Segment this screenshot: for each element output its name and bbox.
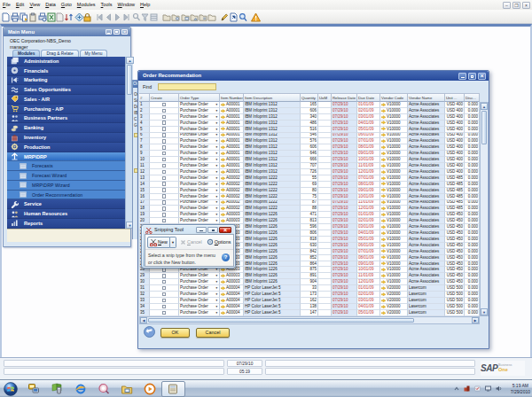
scroll-down-icon[interactable]: ▼	[481, 308, 488, 315]
create-checkbox[interactable]	[162, 164, 167, 168]
create-checkbox[interactable]	[162, 188, 167, 192]
cell-vendor_code[interactable]: V10000	[380, 175, 408, 182]
cell-vendor_code[interactable]: V10000	[380, 121, 408, 127]
cell-vendor_code[interactable]: V20000	[380, 285, 408, 292]
snip-options-button[interactable]: Options	[207, 238, 231, 245]
cell-order_type[interactable]: Purchase Order▼	[179, 102, 220, 108]
cell-item[interactable]: A00001	[220, 163, 244, 169]
active-window-icon[interactable]	[167, 383, 179, 395]
create-checkbox[interactable]	[162, 109, 167, 113]
cell-vendor_code[interactable]: V10000	[380, 127, 408, 133]
cell-order_type[interactable]: Purchase Order▼	[179, 292, 220, 298]
cell-order_type[interactable]: Purchase Order▼	[179, 298, 220, 304]
record-previous-icon[interactable]	[105, 12, 113, 21]
cell-item[interactable]: A00002	[220, 175, 244, 182]
cell-vendor_code[interactable]: V10000	[380, 188, 408, 194]
create-checkbox[interactable]	[162, 152, 167, 156]
module-financials[interactable]: Financials	[7, 66, 125, 76]
create-checkbox[interactable]	[162, 145, 167, 150]
dropdown-arrow-icon[interactable]: ▼	[215, 310, 218, 315]
cancel-snip-button[interactable]: Cancel	[180, 239, 202, 245]
create-checkbox[interactable]	[162, 121, 167, 125]
scroll-right-icon[interactable]: ▶	[472, 317, 479, 323]
cell-vendor_code[interactable]: V20000	[380, 304, 408, 310]
cell-item[interactable]: A00004	[220, 310, 244, 316]
back-arrow-icon[interactable]	[144, 326, 155, 338]
module-business-partners[interactable]: Business Partners	[7, 114, 125, 124]
cell-item[interactable]: A00001	[220, 133, 244, 139]
create-checkbox[interactable]	[162, 219, 167, 223]
dropdown-arrow-icon[interactable]: ▼	[215, 157, 218, 162]
cell-order_type[interactable]: Purchase Order▼	[179, 127, 220, 133]
mdi-minimize-button[interactable]: –	[503, 2, 511, 9]
dropdown-arrow-icon[interactable]: ▼	[215, 151, 218, 156]
internet-explorer-icon[interactable]	[74, 383, 87, 395]
module-sales-a-r[interactable]: Sales - A/R	[7, 95, 125, 105]
cell-item[interactable]: A00001	[220, 138, 244, 144]
cell-item[interactable]: A00004	[220, 292, 244, 298]
create-checkbox[interactable]	[162, 292, 167, 297]
cell-vendor_code[interactable]: V10000	[380, 182, 408, 188]
mdi-close-button[interactable]: ×	[522, 2, 530, 9]
maximize-icon[interactable]	[468, 73, 476, 80]
dropdown-arrow-icon[interactable]: ▼	[215, 144, 218, 150]
menu-edit[interactable]: Edit	[13, 0, 27, 10]
menu-view[interactable]: View	[27, 0, 43, 10]
dropdown-arrow-icon[interactable]: ▼	[215, 114, 218, 120]
record-next-icon[interactable]	[113, 12, 121, 21]
cell-vendor_code[interactable]: V10000	[380, 200, 408, 206]
create-checkbox[interactable]	[162, 158, 167, 162]
alert-triangle-icon[interactable]	[251, 12, 259, 21]
cell-vendor_code[interactable]: V10000	[380, 249, 408, 255]
dropdown-arrow-icon[interactable]: ▼	[215, 163, 218, 168]
cell-item[interactable]: A00002	[220, 206, 244, 212]
tab-drag-relate[interactable]: Drag & Relate	[41, 50, 78, 57]
minimize-icon[interactable]	[106, 29, 112, 35]
cell-item[interactable]: A00003	[220, 279, 244, 285]
filter-arrows-icon[interactable]	[65, 12, 73, 21]
cell-order_type[interactable]: Purchase Order▼	[179, 133, 220, 139]
cell-vendor_code[interactable]: V10000	[380, 230, 408, 237]
cell-item[interactable]: A00001	[220, 108, 244, 114]
export-excel-icon[interactable]	[47, 12, 55, 21]
dropdown-arrow-icon[interactable]: ▼	[215, 169, 218, 175]
dropdown-arrow-icon[interactable]: ▼	[215, 108, 218, 113]
column-header-n[interactable]: #	[139, 93, 150, 102]
module-sales-opportunities[interactable]: Sales Opportunities	[7, 85, 125, 95]
cell-order_type[interactable]: Purchase Order▼	[179, 138, 220, 144]
tab-my-menu[interactable]: My Menu	[80, 50, 108, 57]
cell-order_type[interactable]: Purchase Order▼	[179, 144, 220, 151]
dropdown-arrow-icon[interactable]: ▼	[215, 298, 218, 303]
cell-vendor_code[interactable]: V10000	[380, 163, 408, 169]
cancel-button[interactable]: Cancel	[196, 328, 230, 338]
folder-6-icon[interactable]	[207, 12, 215, 21]
dropdown-arrow-icon[interactable]: ▼	[215, 200, 218, 206]
sap-client-icon[interactable]	[98, 383, 110, 395]
cell-order_type[interactable]: Purchase Order▼	[179, 163, 220, 169]
column-header-create[interactable]: Create	[150, 93, 179, 102]
cell-order_type[interactable]: Purchase Order▼	[179, 212, 220, 218]
dropdown-arrow-icon[interactable]: ▼	[215, 285, 218, 291]
snipping-tool-title-bar[interactable]: Snipping Tool	[145, 226, 184, 234]
cell-vendor_code[interactable]: V10000	[380, 279, 408, 285]
print-icon[interactable]	[11, 12, 19, 21]
cell-order_type[interactable]: Purchase Order▼	[179, 121, 220, 127]
create-checkbox[interactable]	[162, 170, 167, 175]
cell-vendor_code[interactable]: V10000	[380, 273, 408, 279]
cell-item[interactable]: A00004	[220, 285, 244, 292]
module-human-resources[interactable]: Human Resources	[7, 209, 125, 219]
dropdown-arrow-icon[interactable]: ▼	[215, 127, 218, 132]
help-icon[interactable]: ?	[222, 253, 230, 261]
maximize-icon[interactable]	[113, 29, 120, 35]
tab-modules[interactable]: Modules	[12, 50, 40, 57]
computer-shield-icon[interactable]	[51, 383, 63, 395]
taskbar-clock[interactable]: 5:19 AM 7/29/2010	[511, 383, 530, 395]
dropdown-arrow-icon[interactable]: ▼	[215, 194, 218, 199]
cell-vendor_code[interactable]: V10000	[380, 224, 408, 230]
cell-vendor_code[interactable]: V20000	[380, 310, 408, 316]
create-checkbox[interactable]	[162, 206, 167, 211]
cell-vendor_code[interactable]: V10000	[380, 102, 408, 108]
dropdown-arrow-icon[interactable]: ▼	[215, 138, 218, 144]
remote-desktop-icon[interactable]	[27, 383, 40, 395]
create-checkbox[interactable]	[162, 286, 167, 291]
